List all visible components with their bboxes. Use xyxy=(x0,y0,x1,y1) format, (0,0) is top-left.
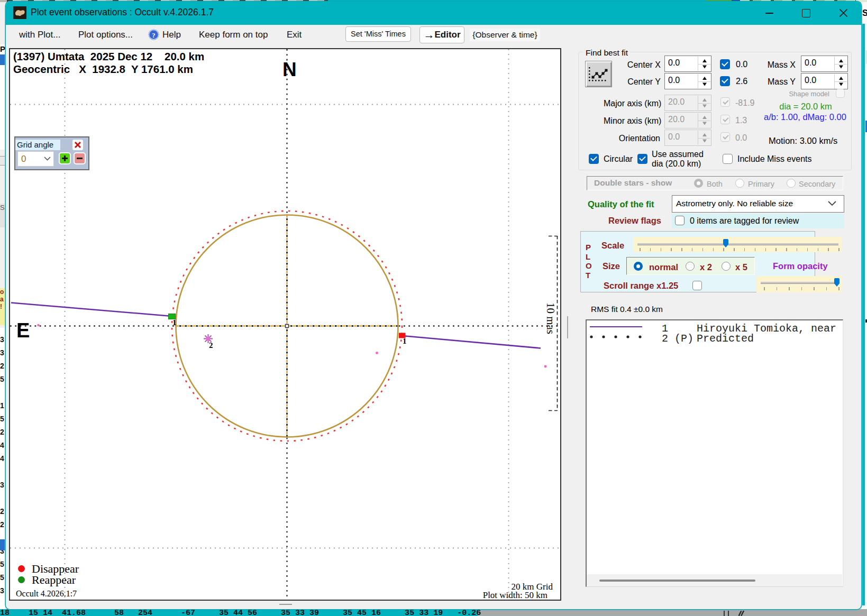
svg-text:1: 1 xyxy=(403,337,407,345)
svg-text:1: 1 xyxy=(172,318,177,327)
svg-text:10 mas: 10 mas xyxy=(544,302,557,334)
svg-text:2: 2 xyxy=(209,341,213,350)
svg-text:?: ? xyxy=(152,31,156,39)
